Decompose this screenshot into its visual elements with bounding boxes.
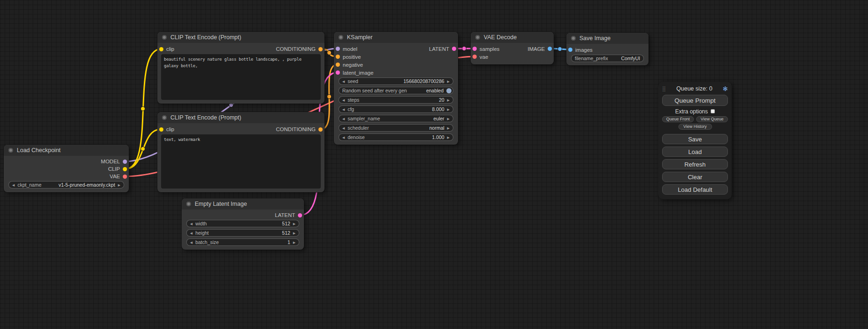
collapse-dot[interactable] <box>475 35 480 40</box>
node-title-bar[interactable]: VAE Decode <box>471 32 554 43</box>
widget-height[interactable]: ◀ height 512 ▶ <box>186 229 299 237</box>
input-slot-model[interactable]: model <box>334 45 357 53</box>
seed-toggle-icon[interactable] <box>446 88 452 93</box>
collapse-dot[interactable] <box>571 36 576 41</box>
collapse-dot[interactable] <box>339 35 343 40</box>
decrement-arrow-icon[interactable]: ◀ <box>342 136 345 139</box>
increment-arrow-icon[interactable]: ▶ <box>118 183 120 187</box>
collapse-dot[interactable] <box>162 115 167 120</box>
input-slot-samples[interactable]: samples <box>471 45 500 53</box>
clip-slot-dot[interactable] <box>159 47 163 51</box>
input-slot-images[interactable]: images <box>566 46 593 54</box>
decrement-arrow-icon[interactable]: ◀ <box>342 98 345 102</box>
image-slot-dot[interactable] <box>568 48 572 52</box>
widget-random-seed-toggle[interactable]: Random seed after every gen enabled <box>339 87 453 94</box>
node-clip-text-encode-positive[interactable]: CLIP Text Encode (Prompt) clip CONDITION… <box>157 32 325 104</box>
widget-seed[interactable]: ◀ seed 156680208700286 ▶ <box>339 77 453 85</box>
view-queue-button[interactable]: View Queue <box>696 116 728 122</box>
output-slot-latent[interactable]: LATENT <box>275 211 304 219</box>
increment-arrow-icon[interactable]: ▶ <box>293 222 296 225</box>
decrement-arrow-icon[interactable]: ◀ <box>190 231 192 235</box>
node-title-bar[interactable]: CLIP Text Encode (Prompt) <box>157 112 325 123</box>
output-slot-vae[interactable]: VAE <box>110 173 129 180</box>
output-slot-image[interactable]: IMAGE <box>528 45 554 53</box>
increment-arrow-icon[interactable]: ▶ <box>293 231 296 235</box>
decrement-arrow-icon[interactable]: ◀ <box>342 126 345 130</box>
output-slot-latent[interactable]: LATENT <box>429 45 458 53</box>
image-slot-dot[interactable] <box>548 47 552 51</box>
increment-arrow-icon[interactable]: ▶ <box>447 98 450 102</box>
refresh-button[interactable]: Refresh <box>662 159 728 169</box>
widget-sampler-name[interactable]: ◀ sampler_name euler ▶ <box>339 115 453 122</box>
drag-handle-icon[interactable]: ⣿ <box>662 86 666 92</box>
collapse-dot[interactable] <box>162 35 167 40</box>
clip-slot-dot[interactable] <box>123 167 127 171</box>
output-slot-conditioning[interactable]: CONDITIONING <box>276 125 325 133</box>
node-title-bar[interactable]: Save Image <box>566 33 649 44</box>
clip-slot-dot[interactable] <box>159 127 163 132</box>
conditioning-slot-dot[interactable] <box>318 127 323 132</box>
node-title-bar[interactable]: KSampler <box>334 32 458 43</box>
decrement-arrow-icon[interactable]: ◀ <box>190 222 192 225</box>
node-vae-decode[interactable]: VAE Decode samples IMAGE vae <box>471 32 554 64</box>
queue-front-button[interactable]: Queue Front <box>662 116 694 122</box>
node-load-checkpoint[interactable]: Load Checkpoint MODEL CLIP VAE <box>4 145 129 192</box>
positive-prompt-textarea[interactable]: beautiful scenery nature glass bottle la… <box>161 54 321 100</box>
latent-slot-dot[interactable] <box>336 70 340 75</box>
view-history-button[interactable]: View History <box>678 124 712 130</box>
collapse-dot[interactable] <box>186 202 191 206</box>
input-slot-latent-image[interactable]: latent_image <box>334 69 374 77</box>
vae-slot-dot[interactable] <box>473 55 477 59</box>
widget-scheduler[interactable]: ◀ scheduler normal ▶ <box>339 124 453 132</box>
latent-slot-dot[interactable] <box>473 47 477 51</box>
node-title-bar[interactable]: Load Checkpoint <box>4 145 129 156</box>
decrement-arrow-icon[interactable]: ◀ <box>342 80 345 83</box>
increment-arrow-icon[interactable]: ▶ <box>293 241 296 244</box>
collapse-dot[interactable] <box>8 148 13 153</box>
widget-filename-prefix[interactable]: filename_prefix ComfyUI <box>571 55 644 62</box>
increment-arrow-icon[interactable]: ▶ <box>447 80 450 83</box>
clear-button[interactable]: Clear <box>662 172 728 182</box>
input-slot-negative[interactable]: negative <box>334 61 363 69</box>
input-slot-clip[interactable]: clip <box>157 125 174 133</box>
node-save-image[interactable]: Save Image images filename_prefix ComfyU… <box>566 33 649 65</box>
widget-ckpt-name[interactable]: ◀ ckpt_name v1-5-pruned-emaonly.ckpt ▶ <box>8 181 124 189</box>
load-button[interactable]: Load <box>662 147 728 157</box>
decrement-arrow-icon[interactable]: ◀ <box>12 183 14 187</box>
widget-steps[interactable]: ◀ steps 20 ▶ <box>339 96 453 104</box>
extra-options-checkbox[interactable] <box>711 109 715 113</box>
model-slot-dot[interactable] <box>123 160 127 164</box>
model-slot-dot[interactable] <box>336 47 340 51</box>
increment-arrow-icon[interactable]: ▶ <box>447 117 450 120</box>
node-title-bar[interactable]: Empty Latent Image <box>182 198 304 210</box>
increment-arrow-icon[interactable]: ▶ <box>447 136 450 139</box>
widget-batch-size[interactable]: ◀ batch_size 1 ▶ <box>186 238 299 246</box>
node-graph-canvas[interactable]: Load Checkpoint MODEL CLIP VAE <box>0 0 868 329</box>
save-button[interactable]: Save <box>662 134 728 144</box>
output-slot-conditioning[interactable]: CONDITIONING <box>276 45 325 53</box>
increment-arrow-icon[interactable]: ▶ <box>447 108 450 111</box>
latent-slot-dot[interactable] <box>298 213 302 217</box>
input-slot-vae[interactable]: vae <box>471 53 488 61</box>
negative-prompt-textarea[interactable]: text, watermark <box>161 134 321 189</box>
input-slot-clip[interactable]: clip <box>157 45 174 53</box>
output-slot-model[interactable]: MODEL <box>101 158 129 165</box>
conditioning-slot-dot[interactable] <box>318 47 323 51</box>
widget-cfg[interactable]: ◀ cfg 8.000 ▶ <box>339 105 453 113</box>
node-ksampler[interactable]: KSampler model LATENT positive <box>334 32 458 145</box>
queue-prompt-button[interactable]: Queue Prompt <box>662 95 728 106</box>
latent-slot-dot[interactable] <box>452 47 456 51</box>
decrement-arrow-icon[interactable]: ◀ <box>342 117 345 120</box>
input-slot-positive[interactable]: positive <box>334 53 361 61</box>
decrement-arrow-icon[interactable]: ◀ <box>342 108 345 111</box>
node-clip-text-encode-negative[interactable]: CLIP Text Encode (Prompt) clip CONDITION… <box>157 112 325 192</box>
widget-denoise[interactable]: ◀ denoise 1.000 ▶ <box>339 133 453 141</box>
output-slot-clip[interactable]: CLIP <box>108 165 129 173</box>
increment-arrow-icon[interactable]: ▶ <box>447 126 450 130</box>
load-default-button[interactable]: Load Default <box>662 184 728 195</box>
vae-slot-dot[interactable] <box>123 175 127 179</box>
widget-width[interactable]: ◀ width 512 ▶ <box>186 220 299 227</box>
conditioning-slot-dot[interactable] <box>336 63 340 67</box>
conditioning-slot-dot[interactable] <box>336 55 340 59</box>
settings-gear-icon[interactable]: ✻ <box>723 85 728 92</box>
